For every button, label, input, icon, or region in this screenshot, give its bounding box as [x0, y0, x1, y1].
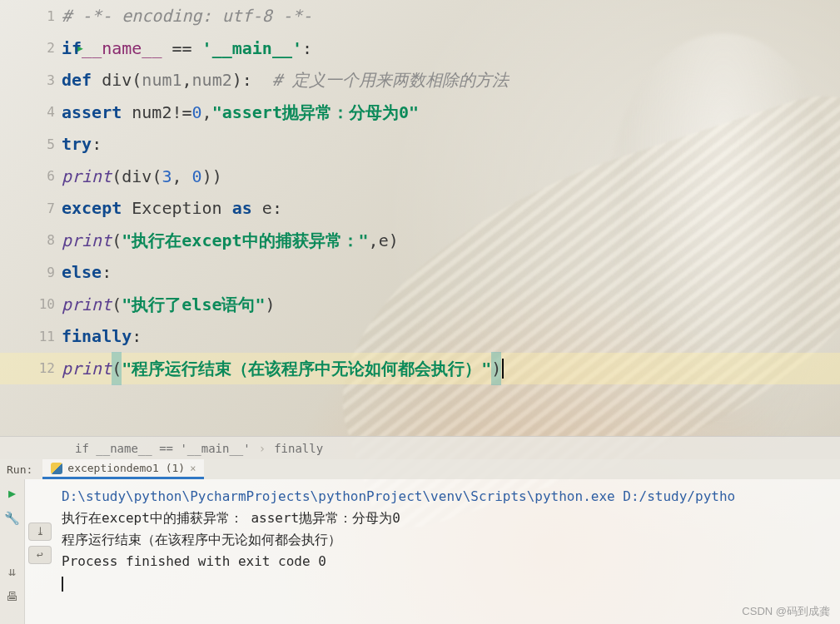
- run-label: Run:: [7, 463, 32, 476]
- punct: (: [112, 161, 122, 193]
- code-line[interactable]: def div(num1,num2): # 定义一个用来两数相除的方法: [62, 64, 840, 97]
- gutter-line[interactable]: 8: [0, 225, 62, 257]
- punct: ,: [202, 97, 212, 129]
- punct: ): [212, 161, 222, 193]
- code-line[interactable]: if __name__ == '__main__':: [62, 32, 840, 65]
- down-icon[interactable]: ⇊: [3, 562, 22, 581]
- scroll-to-end-icon[interactable]: ⤓: [28, 522, 52, 541]
- code-line[interactable]: print("执行在except中的捕获异常：",e): [62, 225, 840, 257]
- op: ==: [162, 32, 201, 65]
- punct: :: [102, 256, 112, 289]
- kw-if: if: [62, 32, 82, 65]
- builtin-print: print: [62, 353, 112, 385]
- kw-assert: assert: [62, 97, 122, 129]
- kw-try: try: [62, 128, 92, 161]
- punct: (: [132, 64, 142, 97]
- punct: (: [152, 161, 162, 193]
- string: "assert抛异常：分母为0": [212, 97, 419, 129]
- console-cursor[interactable]: [62, 572, 832, 594]
- punct: :: [272, 192, 282, 225]
- run-console[interactable]: ⤓ ↩ D:\study\python\PycharmProjects\pyth…: [25, 479, 840, 624]
- close-icon[interactable]: ×: [190, 463, 196, 474]
- code-area[interactable]: # -*- encoding: utf-8 -*- if __name__ ==…: [62, 0, 840, 384]
- kw-except: except: [62, 192, 122, 225]
- run-toolwindow-header: Run: exceptiondemo1 (1) ×: [0, 459, 840, 479]
- code-editor[interactable]: 1 2▶ 3 4 5 6 7 8 9 10 11 12⌃ # -*- encod…: [0, 0, 840, 436]
- punct: ): [202, 161, 212, 193]
- punct: ): [266, 289, 276, 321]
- builtin-print: print: [62, 225, 112, 257]
- param: num1: [142, 64, 181, 97]
- var: num2: [122, 97, 171, 129]
- gutter-line[interactable]: 3: [0, 64, 62, 97]
- code-line[interactable]: print("执行了else语句"): [62, 289, 840, 321]
- punct: :: [132, 320, 142, 353]
- run-tab-title: exceptiondemo1 (1): [67, 462, 185, 474]
- builtin-print: print: [62, 289, 112, 321]
- number: 0: [192, 97, 202, 129]
- kw-as: as: [232, 192, 252, 225]
- console-command: D:\study\python\PycharmProjects\pythonPr…: [62, 486, 832, 508]
- code-line[interactable]: try:: [62, 128, 840, 161]
- fn-call: div: [122, 161, 152, 193]
- code-line[interactable]: print(div(3, 0)): [62, 161, 840, 193]
- punct: ,: [369, 225, 379, 257]
- string: "程序运行结束（在该程序中无论如何都会执行）": [122, 353, 491, 385]
- builtin-print: print: [62, 161, 112, 193]
- gutter-line[interactable]: 12⌃: [0, 353, 62, 385]
- run-toolbar: ▶ 🔧 ⇊ 🖶: [0, 479, 25, 624]
- string: "执行了else语句": [122, 289, 265, 321]
- punct: ): [389, 225, 399, 257]
- string: '__main__': [202, 32, 302, 65]
- punct: ,: [171, 161, 191, 193]
- punct: ): [491, 352, 501, 386]
- caret: [502, 359, 504, 379]
- fn-name: div: [92, 64, 132, 97]
- gutter: 1 2▶ 3 4 5 6 7 8 9 10 11 12⌃: [0, 0, 62, 384]
- code-line[interactable]: assert num2!=0,"assert抛异常：分母为0": [62, 97, 840, 129]
- gutter-line[interactable]: 4: [0, 97, 62, 129]
- python-file-icon: [51, 463, 62, 474]
- gutter-line[interactable]: 10: [0, 289, 62, 321]
- breadcrumb-segment[interactable]: if __name__ == '__main__': [75, 442, 251, 455]
- gutter-line[interactable]: 2▶: [0, 32, 62, 65]
- gutter-line[interactable]: 1: [0, 0, 62, 32]
- param: num2: [192, 64, 232, 97]
- code-line[interactable]: finally:: [62, 320, 840, 353]
- var: e: [252, 192, 272, 225]
- console-exit-line: Process finished with exit code 0: [62, 551, 832, 572]
- print-icon[interactable]: 🖶: [3, 587, 22, 606]
- wrench-icon[interactable]: 🔧: [3, 509, 22, 527]
- code-line[interactable]: except Exception as e:: [62, 192, 840, 225]
- watermark: CSDN @码到成龚: [742, 604, 830, 619]
- punct: (: [112, 289, 122, 321]
- gutter-line[interactable]: 5: [0, 128, 62, 161]
- gutter-line[interactable]: 11: [0, 320, 62, 353]
- soft-wrap-icon[interactable]: ↩: [28, 546, 52, 564]
- number: 0: [192, 161, 202, 193]
- code-line[interactable]: # -*- encoding: utf-8 -*-: [62, 0, 840, 32]
- chevron-right-icon: ›: [259, 442, 266, 455]
- punct: :: [302, 32, 312, 65]
- number: 3: [162, 161, 171, 193]
- punct: :: [242, 64, 252, 97]
- gutter-line[interactable]: 9: [0, 256, 62, 289]
- gutter-line[interactable]: 6: [0, 161, 62, 193]
- rerun-icon[interactable]: ▶: [3, 484, 22, 503]
- punct: :: [92, 128, 102, 161]
- console-side-toolbar: ⤓ ↩: [28, 522, 52, 564]
- comment: # -*- encoding: utf-8 -*-: [62, 0, 312, 32]
- comment: # 定义一个用来两数相除的方法: [252, 64, 509, 97]
- kw-def: def: [62, 64, 92, 97]
- punct: (: [112, 225, 122, 257]
- kw-else: else: [62, 256, 102, 289]
- op: !=: [171, 97, 191, 129]
- code-line[interactable]: else:: [62, 256, 840, 289]
- dunder-name: __name__: [82, 32, 162, 65]
- gutter-line[interactable]: 7: [0, 192, 62, 225]
- run-tab[interactable]: exceptiondemo1 (1) ×: [42, 459, 204, 479]
- breadcrumb-segment[interactable]: finally: [274, 442, 323, 455]
- code-line[interactable]: print("程序运行结束（在该程序中无论如何都会执行）"): [62, 353, 840, 385]
- string: "执行在except中的捕获异常：": [122, 225, 368, 257]
- breadcrumb[interactable]: if __name__ == '__main__' › finally: [0, 436, 840, 459]
